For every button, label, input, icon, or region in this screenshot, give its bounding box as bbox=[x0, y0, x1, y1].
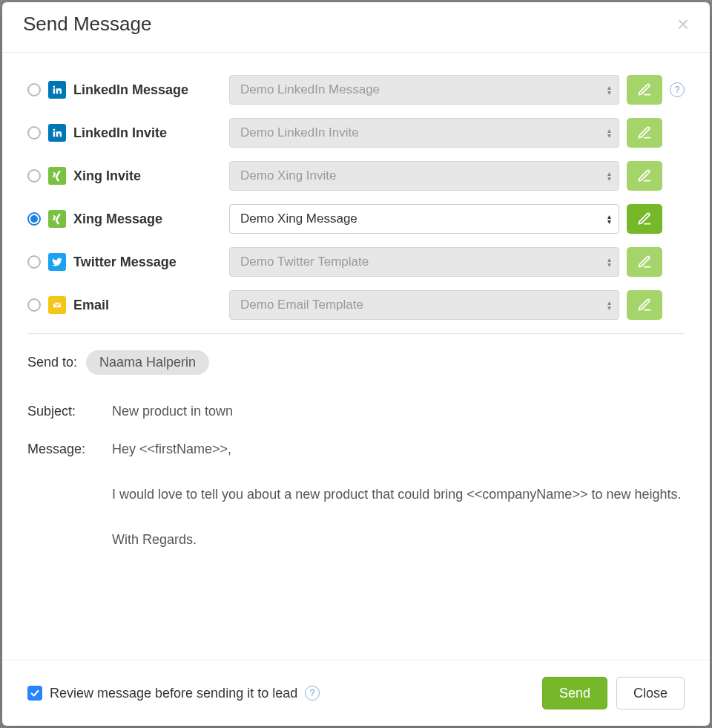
edit-template-button-xing-invite[interactable] bbox=[627, 161, 662, 191]
modal-header: Send Message × bbox=[2, 2, 710, 53]
channel-radio-xing-message[interactable] bbox=[27, 212, 41, 226]
template-select-email: Demo Email Template ▴▾ bbox=[229, 290, 619, 320]
linkedin-icon bbox=[48, 124, 66, 142]
review-checkbox-row: Review message before sending it to lead… bbox=[27, 686, 320, 701]
channel-radio-linkedin-message[interactable] bbox=[27, 83, 41, 96]
channel-row-xing-invite: Xing Invite Demo Xing Invite ▴▾ bbox=[27, 161, 685, 191]
close-button[interactable]: Close bbox=[616, 677, 685, 709]
select-arrows-icon: ▴▾ bbox=[607, 300, 611, 310]
template-select-value: Demo Xing Message bbox=[240, 211, 357, 226]
template-select-linkedin-message: Demo LinkedIn Message ▴▾ bbox=[229, 75, 619, 105]
separator bbox=[27, 333, 685, 334]
edit-icon bbox=[637, 298, 652, 312]
subject-row: Subject: New product in town bbox=[27, 400, 685, 423]
edit-template-button-linkedin-message[interactable] bbox=[627, 75, 662, 105]
channel-label-twitter-message: Twitter Message bbox=[73, 255, 222, 270]
send-message-modal: Send Message × LinkedIn Message Demo Lin… bbox=[2, 2, 710, 726]
channel-label-email: Email bbox=[73, 298, 222, 313]
channel-label-xing-invite: Xing Invite bbox=[73, 168, 222, 184]
email-icon bbox=[48, 296, 66, 314]
close-icon[interactable]: × bbox=[677, 14, 689, 35]
edit-template-button-linkedin-invite[interactable] bbox=[627, 118, 662, 148]
channel-label-linkedin-message: LinkedIn Message bbox=[73, 82, 222, 98]
modal-body: LinkedIn Message Demo LinkedIn Message ▴… bbox=[2, 53, 710, 660]
channel-radio-xing-invite[interactable] bbox=[27, 169, 41, 183]
help-icon[interactable]: ? bbox=[670, 82, 685, 97]
select-arrows-icon: ▴▾ bbox=[607, 257, 611, 267]
template-select-xing-message[interactable]: Demo Xing Message ▴▾ bbox=[229, 204, 619, 234]
send-button[interactable]: Send bbox=[542, 677, 607, 709]
select-arrows-icon: ▴▾ bbox=[607, 214, 611, 224]
review-checkbox[interactable] bbox=[27, 686, 42, 701]
review-label: Review message before sending it to lead bbox=[50, 686, 297, 701]
channel-label-linkedin-invite: LinkedIn Invite bbox=[73, 125, 222, 141]
channel-row-linkedin-invite: LinkedIn Invite Demo LinkedIn Invite ▴▾ bbox=[27, 118, 685, 148]
channel-label-xing-message: Xing Message bbox=[73, 211, 222, 227]
template-select-value: Demo Xing Invite bbox=[240, 168, 336, 183]
help-icon[interactable]: ? bbox=[305, 686, 320, 701]
select-arrows-icon: ▴▾ bbox=[607, 85, 611, 95]
select-arrows-icon: ▴▾ bbox=[607, 128, 611, 138]
edit-icon bbox=[637, 125, 652, 140]
message-row: Message: Hey <<firstName>>, I would love… bbox=[27, 438, 685, 551]
recipient-chip[interactable]: Naama Halperin bbox=[86, 350, 209, 375]
modal-title: Send Message bbox=[23, 13, 151, 36]
twitter-icon bbox=[48, 253, 66, 271]
channel-radio-linkedin-invite[interactable] bbox=[27, 126, 41, 140]
edit-template-button-xing-message[interactable] bbox=[627, 204, 662, 234]
channel-row-xing-message: Xing Message Demo Xing Message ▴▾ bbox=[27, 204, 685, 234]
template-select-value: Demo LinkedIn Invite bbox=[240, 125, 359, 140]
edit-template-button-twitter-message[interactable] bbox=[627, 247, 662, 277]
template-select-linkedin-invite: Demo LinkedIn Invite ▴▾ bbox=[229, 118, 619, 148]
subject-label: Subject: bbox=[27, 400, 102, 423]
edit-icon bbox=[637, 168, 652, 183]
xing-icon bbox=[48, 167, 66, 185]
edit-icon bbox=[637, 82, 652, 97]
select-arrows-icon: ▴▾ bbox=[607, 171, 611, 181]
xing-icon bbox=[48, 210, 66, 228]
edit-icon bbox=[637, 255, 652, 269]
channel-row-twitter-message: Twitter Message Demo Twitter Template ▴▾ bbox=[27, 247, 685, 277]
send-to-label: Send to: bbox=[27, 355, 77, 370]
message-label: Message: bbox=[27, 438, 102, 551]
template-select-value: Demo Email Template bbox=[240, 298, 363, 312]
channel-radio-email[interactable] bbox=[27, 298, 41, 312]
edit-template-button-email[interactable] bbox=[627, 290, 662, 320]
modal-footer: Review message before sending it to lead… bbox=[2, 660, 710, 726]
linkedin-icon bbox=[48, 81, 66, 99]
send-to-row: Send to: Naama Halperin bbox=[27, 350, 685, 375]
template-select-value: Demo Twitter Template bbox=[240, 255, 369, 269]
subject-value: New product in town bbox=[112, 400, 233, 423]
template-select-value: Demo LinkedIn Message bbox=[240, 82, 380, 97]
channel-row-email: Email Demo Email Template ▴▾ bbox=[27, 290, 685, 320]
channel-row-linkedin-message: LinkedIn Message Demo LinkedIn Message ▴… bbox=[27, 75, 685, 105]
template-select-xing-invite: Demo Xing Invite ▴▾ bbox=[229, 161, 619, 191]
channel-radio-twitter-message[interactable] bbox=[27, 255, 41, 269]
edit-icon bbox=[637, 211, 652, 226]
message-value: Hey <<firstName>>, I would love to tell … bbox=[112, 438, 681, 551]
template-select-twitter-message: Demo Twitter Template ▴▾ bbox=[229, 247, 619, 277]
